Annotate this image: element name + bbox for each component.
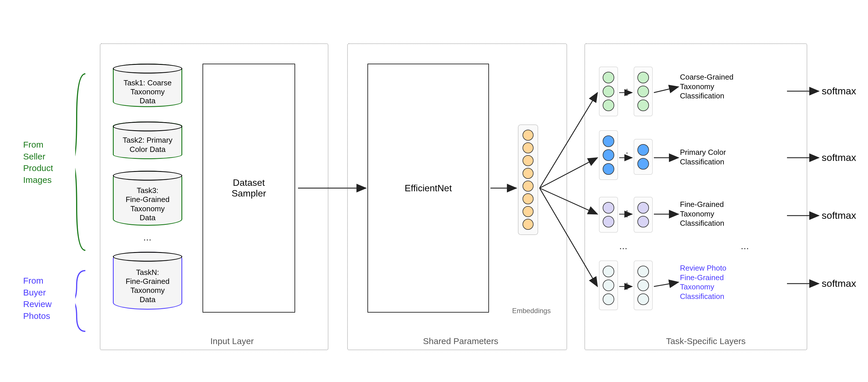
box-efficientnet: EfficientNet xyxy=(368,64,489,313)
embedding-node xyxy=(523,155,533,166)
neurons-primary-out xyxy=(633,139,653,175)
label-coarse: Coarse-Grained Taxonomy Classification xyxy=(680,72,734,101)
ellipsis-tasklabels: ... xyxy=(741,240,749,252)
ellipsis-fine: ⋮ xyxy=(623,208,631,218)
box-dataset-sampler: Dataset Sampler xyxy=(203,64,295,313)
brace-buyer xyxy=(75,269,87,333)
cyl-task2: Task2: Primary Color Data xyxy=(113,121,182,159)
neurons-fine-in xyxy=(599,197,618,233)
embeddings-label: Embeddings xyxy=(512,307,551,315)
buyer-source-label: From Buyer Review Photos xyxy=(23,275,52,322)
cyl-task1: Task1: Coarse Taxonomy Data xyxy=(113,64,182,107)
ellipsis-primary: ⋮ xyxy=(623,150,631,160)
ellipsis-coarse: ⋮ xyxy=(623,87,631,97)
panel-task-label: Task-Specific Layers xyxy=(666,336,746,346)
label-review: Review Photo Fine-Grained Taxonomy Class… xyxy=(680,263,726,301)
embedding-node xyxy=(523,181,533,192)
panel-input-label: Input Layer xyxy=(210,336,254,346)
neurons-coarse-in xyxy=(599,66,618,116)
softmax-primary: softmax xyxy=(822,152,856,163)
neurons-coarse-out xyxy=(633,66,653,116)
cyl-task3: Task3: Fine-Grained Taxonomy Data xyxy=(113,171,182,226)
neurons-fine-out xyxy=(633,197,653,233)
panel-shared-label: Shared Parameters xyxy=(423,336,498,346)
softmax-fine: softmax xyxy=(822,210,856,221)
neurons-review-in xyxy=(599,260,618,310)
ellipsis-tasks: ... xyxy=(619,240,627,252)
embedding-node xyxy=(523,219,533,230)
ellipsis-cylinders: ... xyxy=(143,232,151,243)
neurons-primary-in xyxy=(599,130,618,180)
embedding-node xyxy=(523,193,533,204)
embeddings-column xyxy=(518,124,538,235)
ellipsis-review: ⋮ xyxy=(623,281,631,291)
embedding-node xyxy=(523,168,533,179)
softmax-review: softmax xyxy=(822,278,856,289)
label-fine: Fine-Grained Taxonomy Classification xyxy=(680,200,724,228)
embedding-node xyxy=(523,130,533,141)
cyl-taskN: TaskN: Fine-Grained Taxonomy Data xyxy=(113,252,182,310)
seller-source-label: From Seller Product Images xyxy=(23,139,53,186)
brace-seller xyxy=(75,72,87,252)
embedding-node xyxy=(523,206,533,217)
label-primary: Primary Color Classification xyxy=(680,148,726,167)
neurons-review-out xyxy=(633,260,653,310)
softmax-coarse: softmax xyxy=(822,85,856,97)
embedding-node xyxy=(523,142,533,153)
